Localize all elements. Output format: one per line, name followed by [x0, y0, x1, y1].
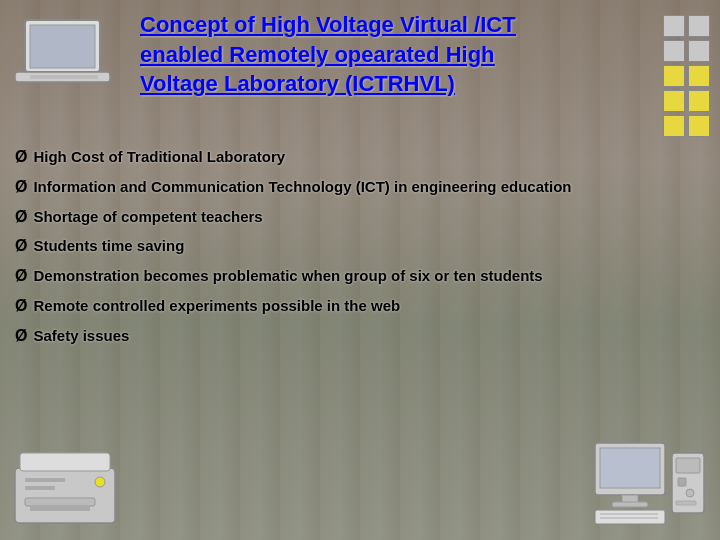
title-box: Concept of High Voltage Virtual /ICT ena… [140, 10, 648, 99]
bullet-item-7: Ø Safety issues [15, 326, 700, 347]
bullet-item-3: Ø Shortage of competent teachers [15, 207, 700, 228]
square-yellow-6 [688, 115, 710, 137]
square-gray-3 [663, 40, 685, 62]
svg-rect-15 [612, 502, 648, 507]
svg-rect-23 [676, 501, 696, 505]
square-yellow-5 [663, 115, 685, 137]
slide-content: Concept of High Voltage Virtual /ICT ena… [0, 0, 720, 540]
svg-rect-2 [15, 72, 110, 82]
bullet-text-6: Remote controlled experiments possible i… [33, 296, 400, 316]
bullet-text-5: Demonstration becomes problematic when g… [33, 266, 542, 286]
bullet-item-6: Ø Remote controlled experiments possible… [15, 296, 700, 317]
square-yellow-2 [688, 65, 710, 87]
bullet-symbol-5: Ø [15, 266, 27, 287]
svg-rect-21 [678, 478, 686, 486]
svg-rect-10 [25, 486, 55, 490]
bullet-item-5: Ø Demonstration becomes problematic when… [15, 266, 700, 287]
bullet-text-1: High Cost of Traditional Laboratory [33, 147, 285, 167]
sq-row-3 [663, 65, 710, 87]
square-yellow-4 [688, 90, 710, 112]
svg-rect-8 [30, 506, 90, 511]
sq-row-2 [663, 40, 710, 62]
svg-point-22 [686, 489, 694, 497]
svg-point-11 [95, 477, 105, 487]
laptop-icon [10, 15, 130, 99]
svg-rect-5 [15, 468, 115, 523]
svg-rect-1 [30, 25, 95, 68]
sq-row-5 [663, 115, 710, 137]
square-gray-4 [688, 40, 710, 62]
bullet-text-3: Shortage of competent teachers [33, 207, 262, 227]
desktop-computer-icon [590, 438, 710, 532]
bullet-symbol-6: Ø [15, 296, 27, 317]
bullet-symbol-2: Ø [15, 177, 27, 198]
printer-icon [10, 438, 140, 532]
square-gray-1 [663, 15, 685, 37]
bullet-item-4: Ø Students time saving [15, 236, 700, 257]
bullet-symbol-3: Ø [15, 207, 27, 228]
svg-rect-16 [595, 510, 665, 524]
square-gray-2 [688, 15, 710, 37]
svg-rect-6 [20, 453, 110, 471]
bullet-text-4: Students time saving [33, 236, 184, 256]
bottom-section [0, 433, 720, 540]
svg-rect-13 [600, 448, 660, 488]
bullet-symbol-1: Ø [15, 147, 27, 168]
bullet-text-7: Safety issues [33, 326, 129, 346]
bullet-item-1: Ø High Cost of Traditional Laboratory [15, 147, 700, 168]
square-yellow-3 [663, 90, 685, 112]
svg-rect-7 [25, 498, 95, 506]
square-yellow-1 [663, 65, 685, 87]
bullet-list: Ø High Cost of Traditional Laboratory Ø … [0, 142, 720, 433]
bullet-text-2: Information and Communication Technology… [33, 177, 571, 197]
svg-rect-9 [25, 478, 65, 482]
bullet-symbol-7: Ø [15, 326, 27, 347]
sq-row-4 [663, 90, 710, 112]
color-squares [663, 10, 710, 137]
sq-row-1 [663, 15, 710, 37]
bullet-symbol-4: Ø [15, 236, 27, 257]
bullet-item-2: Ø Information and Communication Technolo… [15, 177, 700, 198]
slide-title: Concept of High Voltage Virtual /ICT ena… [140, 10, 648, 99]
top-section: Concept of High Voltage Virtual /ICT ena… [0, 0, 720, 142]
svg-rect-20 [676, 458, 700, 473]
